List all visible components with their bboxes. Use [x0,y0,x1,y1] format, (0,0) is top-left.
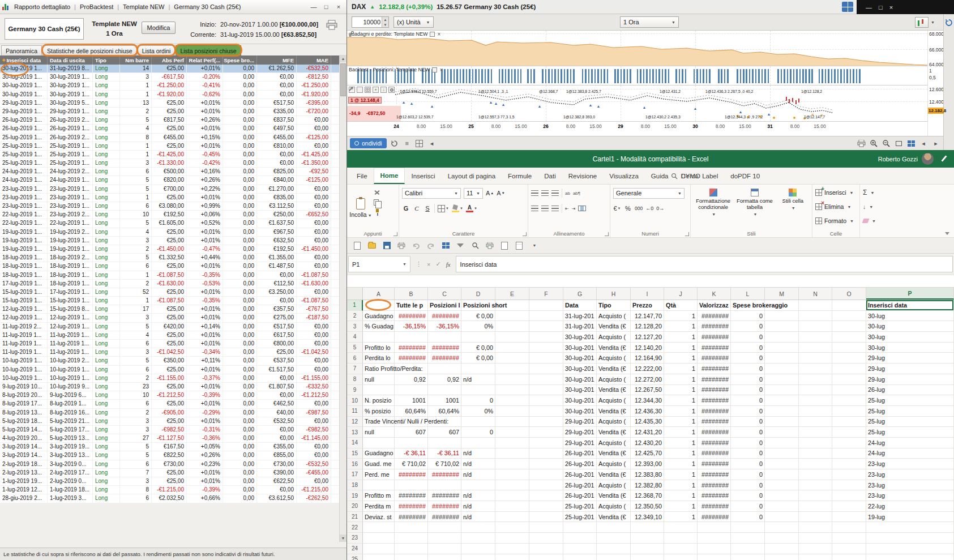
cell-O23[interactable] [832,533,866,544]
cell-H1[interactable]: Tipo [597,300,631,311]
row-header-24[interactable]: 24 [347,544,363,554]
cell-O13[interactable] [832,427,866,438]
table-row[interactable]: 9-lug-2019 10...10-lug-2019 9...Long23€2… [0,383,340,391]
cell-L22[interactable] [731,522,765,533]
cell-H7[interactable]: Vendita (€ [597,364,631,374]
paste-button[interactable]: Incolla▼ [350,187,371,229]
cell-J11[interactable]: 1 [664,406,698,417]
cell-I7[interactable]: 12.222,00 [631,364,664,374]
cell-M13[interactable] [765,427,799,438]
grid-icon[interactable] [365,87,371,93]
merge-center-icon[interactable] [578,206,586,211]
table-row[interactable]: 26-lug-2019 1...26-lug-2019 1...Long4€25… [0,125,340,133]
table-row[interactable]: 2-lug-2019 13...2-lug-2019 17...Long7€25… [0,469,340,477]
column-header-P[interactable]: P [866,288,954,300]
row-header-1[interactable]: 1 [347,300,363,311]
cell-H19[interactable]: Vendita (€ [597,490,631,501]
cell-E13[interactable] [495,427,529,438]
cell-O5[interactable] [832,343,866,353]
cell-J9[interactable]: 1 [664,385,698,396]
settings-icon[interactable] [388,87,395,93]
format-as-table-button[interactable]: Formatta come tabella▼ [735,187,774,229]
align-center-icon[interactable] [541,206,549,211]
cell-H11[interactable]: Vendita (€ [597,406,631,417]
cell-F13[interactable] [529,427,563,438]
cell-J17[interactable]: 1 [664,469,698,480]
stepper-up-icon[interactable]: ▲ [382,17,388,22]
cell-H9[interactable]: Vendita (€ [597,385,631,396]
cancel-icon[interactable]: × [427,261,430,268]
cell-F10[interactable] [529,395,563,406]
cell-H16[interactable]: Acquisto ( [597,459,631,469]
insert-function-icon[interactable]: fx [446,261,451,268]
tab-inserisci[interactable]: Inserisci [405,168,441,184]
name-box[interactable]: P1▼ [348,256,410,272]
cell-F11[interactable] [529,406,563,417]
cell-D17[interactable]: n/d [461,469,495,480]
cell-B8[interactable]: 0,92 [395,374,428,385]
cell-D1[interactable]: Posizioni short [461,300,495,311]
table-row[interactable]: 3-lug-2019 14...3-lug-2019 13...Long5€82… [0,451,340,460]
font-size-select[interactable]: 11▼ [464,188,483,199]
stepper-down-icon[interactable]: ▼ [382,22,388,27]
maximize-button[interactable]: □ [879,4,883,11]
table-row[interactable]: 25-lug-2019 1...25-lug-2019 1...Long1-€1… [0,151,340,159]
cell-J4[interactable]: 1 [664,332,698,343]
cell-styles-button[interactable]: Stili cella▼ [777,187,809,229]
cell-E18[interactable] [495,480,529,491]
cell-H18[interactable]: Acquisto ( [597,480,631,491]
cell-C18[interactable] [428,480,461,491]
row-header-15[interactable]: 15 [347,448,363,459]
cell-H12[interactable]: Acquisto ( [597,417,631,428]
table-row[interactable]: 12-lug-2019 1...15-lug-2019 8...Long17€2… [0,305,340,314]
cell-P11[interactable]: 25-lug [866,406,954,417]
cell-O17[interactable] [832,469,866,480]
cell-H23[interactable] [597,533,631,544]
format-painter-icon[interactable] [374,209,380,216]
row-header-19[interactable]: 19 [347,490,363,501]
cell-G1[interactable]: Data [563,300,597,311]
table-row[interactable]: 30-lug-2019 1...30-lug-2019 1...Long1-€1… [0,82,340,90]
row-header-7[interactable]: 7 [347,364,363,374]
table-row[interactable]: 23-lug-2019 1...23-lug-2019 1...Long1€25… [0,194,340,202]
cell-I8[interactable]: 12.272,00 [631,374,664,385]
table-row[interactable]: 18-lug-2019 1...18-lug-2019 1...Long1-€1… [0,271,340,280]
cell-N8[interactable] [799,374,832,385]
align-right-icon[interactable] [551,206,559,211]
column-header-G[interactable]: G [563,288,597,300]
row-header-16[interactable]: 16 [347,459,363,469]
dialog-launcher-icon[interactable] [605,232,609,236]
row-header-20[interactable]: 20 [347,501,363,512]
cut-icon[interactable] [374,189,380,196]
cell-H24[interactable] [597,544,631,554]
wrap-text-icon[interactable]: ab¶ [573,191,580,196]
cell-N16[interactable] [799,459,832,469]
cell-D15[interactable]: n/d [461,448,495,459]
qat-options-icon[interactable]: ▼ [528,240,540,251]
cell-G6[interactable]: 30-lug-201 [563,353,597,364]
cell-A21[interactable]: Deviaz. st [363,512,395,523]
cell-G10[interactable]: 30-lug-201 [563,395,597,406]
cell-M5[interactable] [765,343,799,353]
new-document-icon[interactable] [352,240,363,251]
cell-B23[interactable] [395,533,428,544]
cell-F17[interactable] [529,469,563,480]
cell-L1[interactable]: Spese brokeraggio [731,300,765,311]
cell-F7[interactable] [529,364,563,374]
minimize-button[interactable]: — [308,2,319,12]
italic-button[interactable]: C [413,205,421,212]
cell-A1[interactable] [363,300,395,311]
cell-N24[interactable] [799,544,832,554]
cell-P19[interactable]: 23-lug [866,490,954,501]
cell-C23[interactable] [428,533,461,544]
cell-E8[interactable] [495,374,529,385]
timeframe-select[interactable]: 1 Ora▼ [620,16,679,28]
cell-O16[interactable] [832,459,866,469]
fill-button[interactable]: ↓▼ [863,201,876,212]
column-header-H[interactable]: H [597,288,631,300]
cell-F24[interactable] [529,544,563,554]
table-row[interactable]: 30-lug-2019 1...30-lug-2019 1...Long3-€6… [0,73,340,82]
cell-B18[interactable] [395,480,428,491]
cell-D18[interactable] [461,480,495,491]
fullscreen-icon[interactable] [894,139,903,148]
